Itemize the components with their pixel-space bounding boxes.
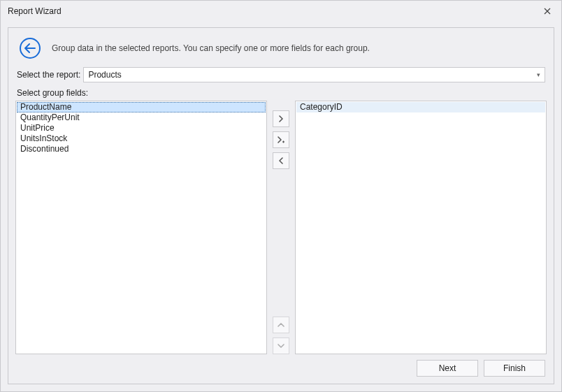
close-icon <box>544 8 551 15</box>
chevron-down-icon: ▾ <box>537 71 540 78</box>
chevron-right-icon <box>278 115 284 122</box>
select-report-combo[interactable]: Products ▾ <box>83 67 545 82</box>
report-wizard-window: Report Wizard Group data in the selected… <box>0 0 562 392</box>
chevron-down-icon <box>278 343 284 349</box>
chevron-up-icon <box>278 322 284 328</box>
list-item[interactable]: UnitPrice <box>17 123 266 133</box>
list-item[interactable]: CategoryID <box>296 102 545 112</box>
content-outer: Group data in the selected reports. You … <box>1 22 561 391</box>
wizard-description: Group data in the selected reports. You … <box>52 43 370 53</box>
window-title: Report Wizard <box>8 6 62 16</box>
select-group-fields-label: Select group fields: <box>15 87 547 99</box>
finish-button[interactable]: Finish <box>484 360 545 377</box>
move-down-button[interactable] <box>273 337 289 354</box>
chevron-left-icon <box>278 157 284 164</box>
selected-fields-listbox[interactable]: CategoryID <box>295 101 547 354</box>
back-arrow-icon <box>24 43 36 53</box>
content-panel: Group data in the selected reports. You … <box>8 27 554 384</box>
select-report-value: Products <box>88 70 121 80</box>
list-item[interactable]: QuantityPerUnit <box>17 112 266 123</box>
list-item[interactable]: ProductName <box>17 102 266 112</box>
list-item[interactable]: Discontinued <box>17 144 266 154</box>
remove-field-button[interactable] <box>273 152 289 169</box>
move-up-button[interactable] <box>273 317 289 333</box>
list-item[interactable]: UnitsInStock <box>17 133 266 144</box>
chevron-right-plus-icon <box>277 136 285 144</box>
available-fields-listbox[interactable]: ProductName QuantityPerUnit UnitPrice Un… <box>15 101 267 354</box>
wizard-header: Group data in the selected reports. You … <box>15 35 547 67</box>
add-field-button[interactable] <box>273 110 289 127</box>
titlebar: Report Wizard <box>1 1 561 22</box>
add-all-fields-button[interactable] <box>273 131 289 148</box>
select-report-row: Select the report: Products ▾ <box>15 67 547 87</box>
next-button[interactable]: Next <box>417 360 478 377</box>
select-report-label: Select the report: <box>17 70 80 80</box>
lists-row: ProductName QuantityPerUnit UnitPrice Un… <box>15 99 547 354</box>
footer-buttons: Next Finish <box>15 354 547 377</box>
transfer-buttons <box>271 101 291 354</box>
back-button[interactable] <box>20 38 41 59</box>
close-button[interactable] <box>539 3 556 20</box>
